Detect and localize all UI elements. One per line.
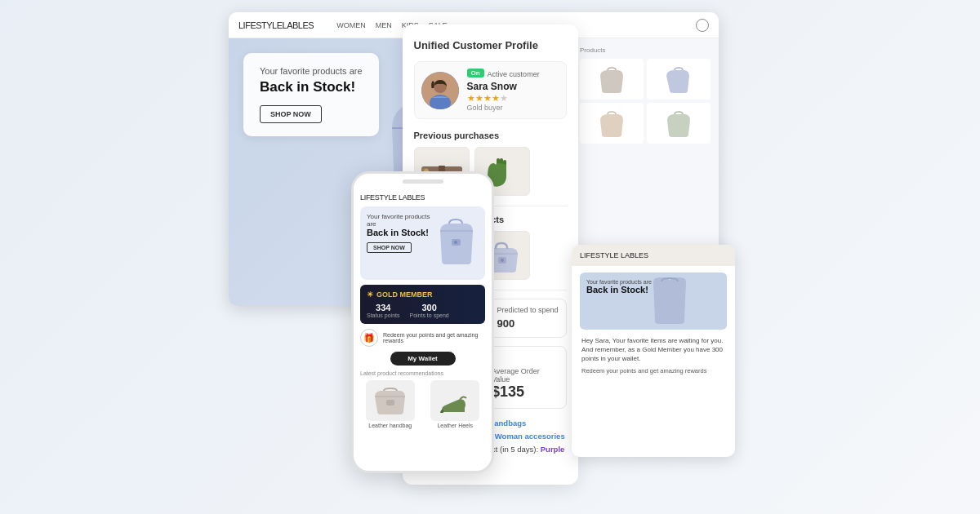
mobile-hero-title: Back in Stock! <box>367 228 430 238</box>
svg-point-14 <box>454 241 457 244</box>
email-header: LIFESTYLE LABLES <box>572 245 735 266</box>
svg-point-9 <box>501 259 504 262</box>
website-logo: LIFESTYLELABLES <box>238 20 314 30</box>
my-wallet-button[interactable]: My Wallet <box>390 352 456 366</box>
notch-bar <box>403 179 443 184</box>
email-body-text: Hey Sara, Your favorite items are waitin… <box>581 336 725 364</box>
status-badge: On <box>467 69 484 78</box>
hero-text-card: Your favorite products are Back in Stock… <box>243 53 379 136</box>
email-hero-subtitle: Your favorite products are <box>586 279 652 285</box>
mobile-product-row: Leather handbag Leather Heels <box>360 380 485 428</box>
email-hero-title: Back in Stock! <box>586 285 652 295</box>
profile-card-title: Unified Customer Profile <box>414 39 567 51</box>
spend-points-value: 300 <box>409 303 448 312</box>
hero-title: Back in Stock! <box>260 79 363 95</box>
star-rating: ★★★★★ <box>467 93 559 104</box>
search-icon <box>696 19 709 32</box>
status-points-stat: 334 Status points <box>367 303 399 318</box>
email-logo: LIFESTYLE LABLES <box>580 251 648 259</box>
mobile-product-img-1 <box>366 380 415 421</box>
spend-points-stat: 300 Points to spend <box>409 303 448 318</box>
email-mockup: LIFESTYLE LABLES Your favorite products … <box>572 245 735 457</box>
info-value-2: Woman accesories <box>495 432 565 441</box>
sidebar-section-label: Products <box>580 47 710 54</box>
grid-item-3 <box>580 103 644 144</box>
mobile-product-2: Leather Heels <box>425 380 486 428</box>
mobile-bag-image <box>434 213 479 273</box>
customer-info-box: On Active customer Sara Snow ★★★★★ Gold … <box>414 61 567 119</box>
avatar <box>421 72 459 109</box>
mobile-hero-subtitle: Your favorite products are <box>367 213 430 228</box>
rewards-text: Redeem your points and get amazing rewar… <box>383 332 485 343</box>
email-text-section: Hey Sara, Your favorite items are waitin… <box>580 336 727 374</box>
mobile-product-label-2: Leather Heels <box>425 423 486 428</box>
buyer-label: Gold buyer <box>467 104 559 112</box>
mobile-mockup: LIFESTYLE LABLES Your favorite products … <box>351 171 494 473</box>
grid-item-4 <box>647 103 710 144</box>
predicted-label: Predicted to spend <box>497 306 559 314</box>
aov-label: Average Order Value <box>492 367 559 383</box>
rewards-row: 🎁 Redeem your points and get amazing rew… <box>360 329 485 347</box>
spend-points-label: Points to spend <box>409 312 448 318</box>
mobile-product-label-1: Leather handbag <box>360 423 421 428</box>
info-value-1: Handbags <box>488 419 526 428</box>
mobile-shop-button[interactable]: SHOP NOW <box>367 242 412 253</box>
mobile-logo: LIFESTYLE LABLES <box>360 193 485 202</box>
product-grid <box>580 59 710 144</box>
mobile-product-1: Leather handbag <box>360 380 421 428</box>
shop-now-button[interactable]: SHOP NOW <box>260 105 322 123</box>
email-body: Your favorite products are Back in Stock… <box>572 266 735 381</box>
grid-item-2 <box>647 59 710 100</box>
svg-rect-15 <box>386 400 394 405</box>
nav-women: WOMEN <box>336 21 366 29</box>
customer-details: On Active customer Sara Snow ★★★★★ Gold … <box>467 69 559 112</box>
aov-value: $135 <box>492 383 559 401</box>
status-points-label: Status points <box>367 312 399 318</box>
status-points-value: 334 <box>367 303 399 312</box>
latest-recs-label: Latest product recommendations <box>360 370 485 376</box>
email-cta-text: Redeem your points and get amazing rewar… <box>581 367 725 374</box>
mobile-product-img-2 <box>430 380 479 421</box>
mobile-hero-card: Your favorite products are Back in Stock… <box>360 206 485 280</box>
gold-stats: 334 Status points 300 Points to spend <box>367 303 479 318</box>
mobile-content: LIFESTYLE LABLES Your favorite products … <box>354 188 492 433</box>
rewards-icon: 🎁 <box>360 329 378 347</box>
previous-purchases-label: Previous purchases <box>414 131 567 140</box>
predicted-stat: Predicted to spend 900 <box>491 299 566 337</box>
gold-label: ☀ GOLD MEMBER <box>367 290 479 299</box>
active-status: Active customer <box>488 70 540 78</box>
gold-member-bar: ☀ GOLD MEMBER 334 Status points 300 Poin… <box>360 285 485 324</box>
mobile-notch <box>354 174 492 188</box>
nav-men: MEN <box>376 21 392 29</box>
grid-item-1 <box>580 59 644 100</box>
predicted-value: 900 <box>497 317 515 330</box>
customer-name: Sara Snow <box>467 81 559 92</box>
hero-subtitle: Your favorite products are <box>260 66 363 76</box>
email-hero-image: Your favorite products are Back in Stock… <box>580 273 727 330</box>
